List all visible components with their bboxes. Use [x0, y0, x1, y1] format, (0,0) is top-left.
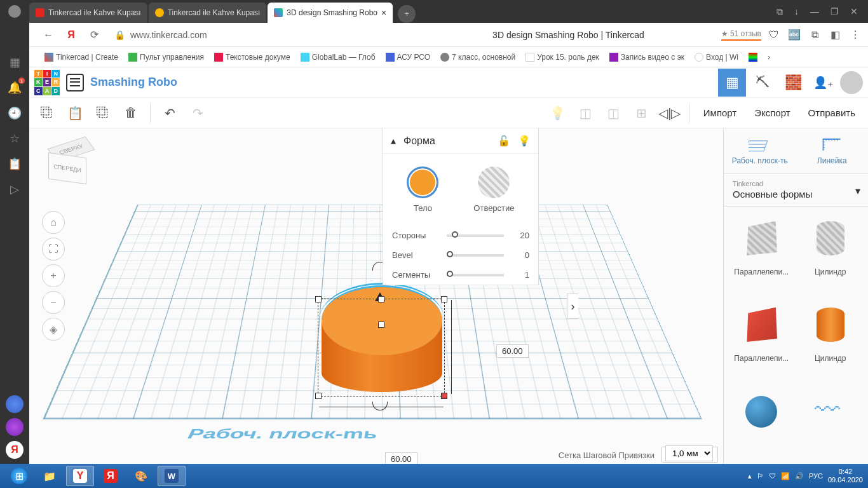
profile-avatar[interactable]	[0, 5, 29, 18]
reload-button[interactable]: ⟳	[85, 26, 103, 44]
viewcube[interactable]: СВЕРХУ СПЕРЕДИ	[48, 141, 90, 189]
viewcube-front[interactable]: СПЕРЕДИ	[48, 152, 86, 184]
bookmark-item[interactable]: Tinkercad | Create	[44, 53, 118, 62]
slider[interactable]	[447, 234, 504, 237]
shape-sphere[interactable]	[730, 386, 793, 458]
start-button[interactable]: ⊞	[5, 466, 33, 486]
send-button[interactable]: Отправить	[801, 100, 863, 126]
app-task[interactable]: 🎨	[127, 466, 155, 486]
slider[interactable]	[447, 254, 504, 257]
url-field[interactable]: 🔒 www.tinkercad.com	[108, 26, 416, 44]
rating-badge[interactable]: ★ 51 отзыв	[721, 29, 761, 41]
delete-button[interactable]: 🗑	[118, 100, 144, 126]
bookmark-item[interactable]	[749, 53, 757, 62]
bookmark-item[interactable]: Пульт управления	[128, 53, 204, 62]
shape-torus[interactable]: 〰	[799, 386, 862, 458]
expand-sidebar-button[interactable]: ›	[567, 294, 578, 319]
collapse-icon[interactable]: ▴	[391, 135, 396, 147]
clock[interactable]: 0:42 09.04.2020	[828, 468, 863, 484]
mirror-button[interactable]: ◁|▷	[657, 100, 682, 126]
add-user-button[interactable]: 👤₊	[810, 69, 837, 97]
browser-tab[interactable]: Tinkercad ile Kahve Kupası	[149, 3, 267, 23]
lang-indicator[interactable]: РУС	[809, 472, 823, 480]
defender-icon[interactable]: 🛡	[769, 472, 776, 480]
network-icon[interactable]: 📶	[781, 472, 790, 480]
lock-icon[interactable]: 🔓	[498, 135, 510, 147]
duplicate-button[interactable]: ⿻	[90, 100, 116, 126]
bookmark-item[interactable]: Запись видео с эк	[609, 53, 684, 62]
export-button[interactable]: Экспорт	[747, 100, 797, 126]
align-button[interactable]: ⊞	[629, 100, 654, 126]
home-button[interactable]: Я	[62, 26, 80, 44]
yandex-icon[interactable]: Я	[6, 441, 24, 459]
height-handle[interactable]	[375, 292, 385, 301]
ortho-button[interactable]: ◈	[42, 318, 65, 341]
snap-select[interactable]: 1,0 мм	[665, 445, 713, 461]
canvas[interactable]: Рабоч. плоск-ть СВЕРХУ СПЕРЕДИ ⌂ ⛶ + − ◈	[29, 128, 723, 464]
assistant-icon-2[interactable]	[6, 418, 24, 436]
zoom-out-button[interactable]: −	[42, 291, 65, 314]
bulb-icon[interactable]: 💡	[518, 135, 531, 147]
project-name[interactable]: Smashing Robo	[90, 76, 718, 89]
dimension-height[interactable]: 60.00	[496, 344, 529, 358]
shield-icon[interactable]: 🛡	[766, 27, 782, 43]
shape-cylinder[interactable]: Цилиндр	[799, 299, 862, 379]
bulb-button[interactable]: 💡	[545, 100, 571, 126]
download-icon[interactable]: ↓	[794, 6, 799, 17]
workplane-tool[interactable]: Рабоч. плоск-ть	[724, 128, 796, 173]
pip-icon[interactable]: ⧉	[807, 27, 822, 43]
shape-box-hole[interactable]: Параллелепи...	[730, 213, 793, 293]
lego-mode-button[interactable]: 🧱	[779, 69, 807, 97]
bookmark-item[interactable]: 7 класс, основной	[440, 53, 515, 62]
ungroup-button[interactable]: ◫	[601, 100, 627, 126]
group-button[interactable]: ◫	[573, 100, 599, 126]
paste-button[interactable]: 📋	[62, 100, 88, 126]
browser-tab[interactable]: Tinkercad ile Kahve Kupası	[29, 3, 147, 23]
import-button[interactable]: Импорт	[696, 100, 744, 126]
ruler-tool[interactable]: Линейка	[796, 128, 869, 173]
new-tab-button[interactable]: +	[398, 5, 416, 23]
copy-button[interactable]: ⿻	[34, 100, 60, 126]
explorer-button[interactable]: 📁	[36, 466, 64, 486]
category-selector[interactable]: Tinkercad Основные формы ▾	[724, 173, 868, 207]
history-icon[interactable]: 🕘	[7, 105, 22, 121]
bookmark-item[interactable]: Вход | Wi	[695, 53, 738, 62]
design-menu-button[interactable]	[66, 74, 84, 92]
tabs-overview-icon[interactable]: ⧉	[776, 6, 783, 17]
menu-icon[interactable]: ⋮	[848, 27, 863, 43]
star-icon[interactable]: ☆	[7, 131, 22, 146]
bookmark-item[interactable]: АСУ РСО	[386, 53, 431, 62]
bookmark-item[interactable]: Текстовые докуме	[214, 53, 290, 62]
tray-up-icon[interactable]: ▴	[748, 472, 752, 480]
minimize-icon[interactable]: —	[810, 6, 819, 17]
clipboard-icon[interactable]: 📋	[7, 156, 22, 172]
solid-mode-button[interactable]: Тело	[407, 166, 438, 213]
close-icon[interactable]: ✕	[850, 6, 858, 17]
dimension-width[interactable]: 60.00	[385, 452, 417, 464]
selected-shape-cylinder[interactable]	[322, 271, 442, 398]
shape-cylinder-hole[interactable]: Цилиндр	[799, 213, 862, 293]
maximize-icon[interactable]: ❐	[831, 6, 839, 17]
flag-icon[interactable]: 🏳	[757, 472, 764, 480]
shape-box[interactable]: Параллелепи...	[730, 299, 793, 379]
hole-mode-button[interactable]: Отверстие	[473, 166, 514, 213]
apps-icon[interactable]: ▦	[7, 55, 22, 70]
translate-icon[interactable]: 🔤	[787, 27, 802, 43]
bell-icon[interactable]: 🔔1	[7, 80, 22, 95]
redo-button[interactable]: ↷	[185, 100, 210, 126]
volume-icon[interactable]: 🔊	[795, 472, 804, 480]
yandex-task[interactable]: Я	[97, 466, 125, 486]
tinkercad-logo[interactable]: TIN KER CAD	[34, 70, 60, 95]
close-icon[interactable]: ×	[381, 8, 386, 18]
blocks-mode-button[interactable]: ▦	[718, 69, 746, 97]
bookmarks-overflow[interactable]: ›	[768, 53, 770, 62]
back-button[interactable]: ←	[39, 26, 57, 44]
bookmark-item[interactable]: GlobalLab — Глоб	[301, 53, 376, 62]
undo-button[interactable]: ↶	[157, 100, 182, 126]
slider[interactable]	[447, 274, 504, 276]
play-icon[interactable]: ▷	[7, 182, 22, 197]
home-view-button[interactable]: ⌂	[42, 211, 65, 234]
yandex-browser-task[interactable]: Y	[66, 466, 94, 486]
fit-view-button[interactable]: ⛶	[42, 238, 65, 261]
bookmark-item[interactable]: Урок 15. роль дек	[526, 53, 599, 62]
